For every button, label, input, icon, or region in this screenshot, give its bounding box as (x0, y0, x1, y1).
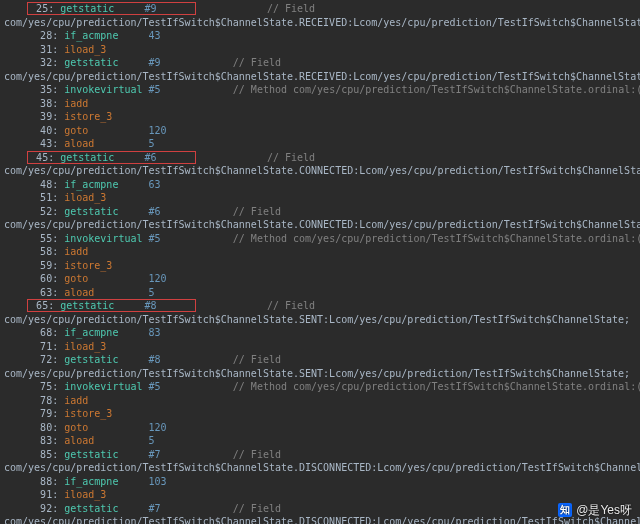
code-line: 48: if_acmpne 63 (4, 178, 640, 192)
code-line: 71: iload_3 (4, 340, 640, 354)
code-line: 59: istore_3 (4, 259, 640, 273)
code-line: com/yes/cpu/prediction/TestIfSwitch$Chan… (4, 313, 640, 327)
code-line: 35: invokevirtual #5 // Method com/yes/c… (4, 83, 640, 97)
code-line: 65: getstatic #8 // Field (4, 299, 640, 313)
code-line: 43: aload 5 (4, 137, 640, 151)
code-line: 52: getstatic #6 // Field (4, 205, 640, 219)
code-line: 51: iload_3 (4, 191, 640, 205)
code-line: com/yes/cpu/prediction/TestIfSwitch$Chan… (4, 515, 640, 524)
code-line: com/yes/cpu/prediction/TestIfSwitch$Chan… (4, 218, 640, 232)
code-line: 31: iload_3 (4, 43, 640, 57)
code-line: 25: getstatic #9 // Field (4, 2, 640, 16)
code-line: 60: goto 120 (4, 272, 640, 286)
code-line: 55: invokevirtual #5 // Method com/yes/c… (4, 232, 640, 246)
zhihu-logo-icon: 知 (558, 503, 572, 517)
code-line: com/yes/cpu/prediction/TestIfSwitch$Chan… (4, 164, 640, 178)
code-line: 63: aload 5 (4, 286, 640, 300)
code-line: 28: if_acmpne 43 (4, 29, 640, 43)
watermark: 知 @是Yes呀 (558, 502, 632, 518)
code-line: com/yes/cpu/prediction/TestIfSwitch$Chan… (4, 16, 640, 30)
code-line: com/yes/cpu/prediction/TestIfSwitch$Chan… (4, 367, 640, 381)
code-line: 32: getstatic #9 // Field (4, 56, 640, 70)
code-line: 79: istore_3 (4, 407, 640, 421)
bytecode-listing: 25: getstatic #9 // Fieldcom/yes/cpu/pre… (0, 0, 640, 524)
code-line: com/yes/cpu/prediction/TestIfSwitch$Chan… (4, 70, 640, 84)
code-line: 78: iadd (4, 394, 640, 408)
code-line: 38: iadd (4, 97, 640, 111)
code-line: 80: goto 120 (4, 421, 640, 435)
watermark-text: @是Yes呀 (576, 502, 632, 518)
code-line: 85: getstatic #7 // Field (4, 448, 640, 462)
code-line: 88: if_acmpne 103 (4, 475, 640, 489)
code-line: 58: iadd (4, 245, 640, 259)
code-line: 92: getstatic #7 // Field (4, 502, 640, 516)
code-line: 45: getstatic #6 // Field (4, 151, 640, 165)
code-line: 39: istore_3 (4, 110, 640, 124)
code-line: 72: getstatic #8 // Field (4, 353, 640, 367)
code-line: com/yes/cpu/prediction/TestIfSwitch$Chan… (4, 461, 640, 475)
code-line: 68: if_acmpne 83 (4, 326, 640, 340)
code-line: 83: aload 5 (4, 434, 640, 448)
code-line: 75: invokevirtual #5 // Method com/yes/c… (4, 380, 640, 394)
code-line: 91: iload_3 (4, 488, 640, 502)
code-line: 40: goto 120 (4, 124, 640, 138)
